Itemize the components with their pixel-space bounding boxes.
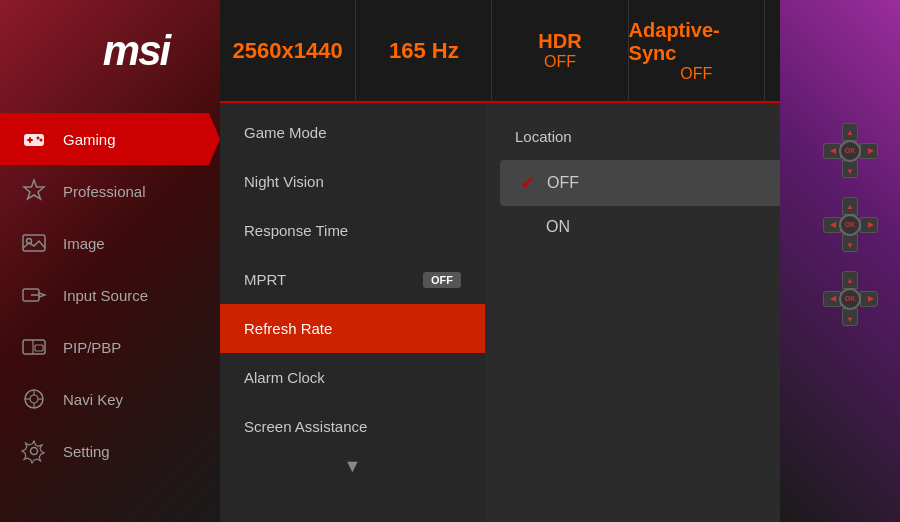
sidebar: Gaming Professional Im [0,103,220,522]
panel-option-off[interactable]: ✓ OFF [500,160,785,206]
menu-item-game-mode[interactable]: Game Mode [220,108,485,157]
panel-option-on-label: ON [546,218,570,236]
menu-item-response-time[interactable]: Response Time [220,206,485,255]
sidebar-label-setting: Setting [63,443,110,460]
mprt-toggle: OFF [423,272,461,288]
sidebar-item-pip-pbp[interactable]: PIP/PBP [0,321,220,373]
menu-label-screen-assistance: Screen Assistance [244,418,367,435]
adaptive-value: OFF [680,65,712,83]
panel-option-off-label: OFF [547,174,579,192]
sidebar-label-pip-pbp: PIP/PBP [63,339,121,356]
sidebar-label-image: Image [63,235,105,252]
menu-label-mprt: MPRT [244,271,286,288]
professional-icon [20,177,48,205]
svg-point-17 [30,395,38,403]
dpad-center-enter: OK [839,288,861,310]
svg-point-7 [40,139,43,142]
sidebar-item-image[interactable]: Image [0,217,220,269]
content-area: Gaming Professional Im [0,103,900,522]
refresh-value: 165 Hz [389,38,459,64]
menu-label-refresh-rate: Refresh Rate [244,320,332,337]
menu-item-alarm-clock[interactable]: Alarm Clock [220,353,485,402]
menu-item-screen-assistance[interactable]: Screen Assistance [220,402,485,451]
checkmark-icon: ✓ [520,172,535,194]
hdr-stat: HDR OFF [492,0,628,102]
adaptive-sync-stat: Adaptive-Sync OFF [629,0,765,102]
svg-rect-5 [29,137,31,143]
sidebar-label-professional: Professional [63,183,146,200]
main-container: msi 2560x1440 165 Hz HDR OFF Adaptive-Sy… [0,0,900,522]
move-dpad-up: ▲ [842,197,858,215]
dpad-center-back: OK [839,140,861,162]
svg-rect-14 [35,345,43,351]
navi-key-icon [20,385,48,413]
right-panel: Location ✓ OFF ON [485,103,800,522]
move-dpad-left: ◀ [823,217,841,233]
panel-title: Location [500,118,785,155]
menu-item-refresh-rate[interactable]: Refresh Rate [220,304,485,353]
enter-dpad: ▲ ▼ ◀ ▶ OK [823,271,878,326]
move-dpad-right: ▶ [860,217,878,233]
dpad-up: ▲ [842,123,858,141]
move-dpad: ▲ ▼ ◀ ▶ OK [823,197,878,252]
dpad-down: ▼ [842,160,858,178]
image-icon [20,229,48,257]
setting-icon [20,437,48,465]
enter-dpad-up: ▲ [842,271,858,289]
back-dpad: ▲ ▼ ◀ ▶ OK [823,123,878,178]
hdr-label: HDR [538,30,581,53]
resolution-stat: 2560x1440 [220,0,356,102]
sidebar-label-gaming: Gaming [63,131,116,148]
pip-pbp-icon [20,333,48,361]
panel-option-on[interactable]: ON [500,206,785,248]
sidebar-label-navi-key: Navi Key [63,391,123,408]
dpad-center-move: OK [839,214,861,236]
refresh-stat: 165 Hz [356,0,492,102]
move-dpad-down: ▼ [842,234,858,252]
middle-menu: Game Mode Night Vision Response Time MPR… [220,103,485,522]
sidebar-item-professional[interactable]: Professional [0,165,220,217]
menu-label-response-time: Response Time [244,222,348,239]
enter-dpad-down: ▼ [842,308,858,326]
gaming-icon [20,125,48,153]
hdr-value: OFF [544,53,576,71]
logo-text: msi [103,27,169,75]
input-source-icon [20,281,48,309]
dpad-left: ◀ [823,143,841,159]
sidebar-item-gaming[interactable]: Gaming [0,113,220,165]
resolution-value: 2560x1440 [233,38,343,64]
svg-point-22 [31,448,38,455]
menu-label-night-vision: Night Vision [244,173,324,190]
svg-rect-13 [23,340,45,354]
bg-right-decoration [780,0,900,522]
enter-dpad-left: ◀ [823,291,841,307]
adaptive-label: Adaptive-Sync [629,19,764,65]
menu-label-game-mode: Game Mode [244,124,327,141]
menu-item-night-vision[interactable]: Night Vision [220,157,485,206]
svg-marker-8 [24,180,44,199]
sidebar-item-navi-key[interactable]: Navi Key [0,373,220,425]
enter-dpad-right: ▶ [860,291,878,307]
scroll-down-indicator[interactable]: ▼ [220,451,485,482]
menu-item-mprt[interactable]: MPRT OFF [220,255,485,304]
sidebar-item-input-source[interactable]: Input Source [0,269,220,321]
sidebar-label-input-source: Input Source [63,287,148,304]
menu-label-alarm-clock: Alarm Clock [244,369,325,386]
svg-point-6 [37,137,40,140]
sidebar-item-setting[interactable]: Setting [0,425,220,477]
dpad-right: ▶ [860,143,878,159]
